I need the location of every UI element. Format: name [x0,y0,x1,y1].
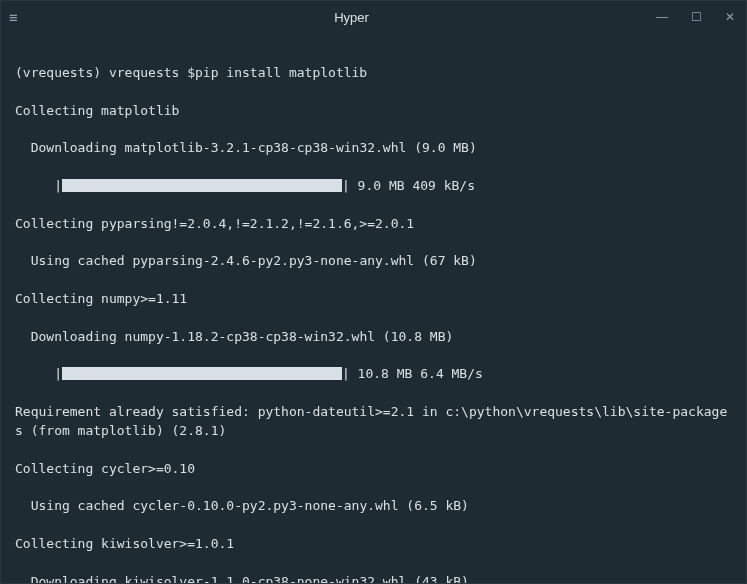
output-line: Downloading kiwisolver-1.1.0-cp38-none-w… [15,573,732,584]
minimize-button[interactable]: — [654,10,670,24]
progress-bar-icon [62,367,342,380]
output-line: Requirement already satisfied: python-da… [15,403,732,441]
window-controls: — ☐ ✕ [654,10,738,24]
output-line: Using cached cycler-0.10.0-py2.py3-none-… [15,497,732,516]
progress-bar-line: || 10.8 MB 6.4 MB/s [15,365,732,384]
titlebar: ≡ Hyper — ☐ ✕ [1,1,746,33]
hamburger-menu-icon[interactable]: ≡ [9,10,17,24]
output-line: Downloading numpy-1.18.2-cp38-cp38-win32… [15,328,732,347]
output-line: Downloading matplotlib-3.2.1-cp38-cp38-w… [15,139,732,158]
close-button[interactable]: ✕ [722,10,738,24]
terminal-output[interactable]: (vrequests) vrequests $pip install matpl… [1,33,746,584]
output-line: Collecting kiwisolver>=1.0.1 [15,535,732,554]
prompt-line: (vrequests) vrequests $pip install matpl… [15,64,732,83]
progress-bar-icon [62,179,342,192]
output-line: Collecting numpy>=1.11 [15,290,732,309]
output-line: Collecting cycler>=0.10 [15,460,732,479]
output-line: Collecting pyparsing!=2.0.4,!=2.1.2,!=2.… [15,215,732,234]
window-title: Hyper [334,10,369,25]
output-line: Collecting matplotlib [15,102,732,121]
maximize-button[interactable]: ☐ [688,10,704,24]
output-line: Using cached pyparsing-2.4.6-py2.py3-non… [15,252,732,271]
progress-bar-line: || 9.0 MB 409 kB/s [15,177,732,196]
